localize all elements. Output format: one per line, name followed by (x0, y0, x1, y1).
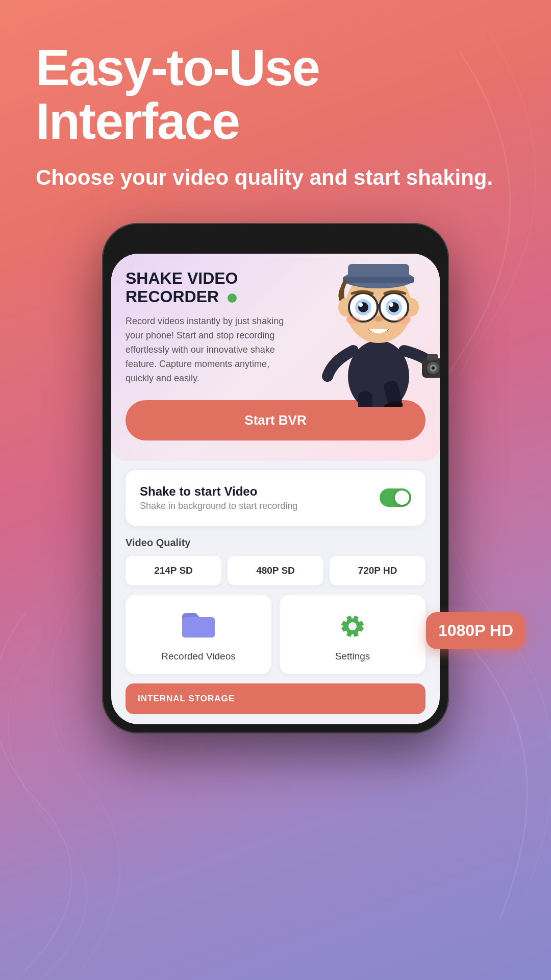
quality-480p[interactable]: 480P SD (228, 556, 323, 585)
phone-frame: SHAKE VIDEO RECORDER Record videos insta… (102, 223, 449, 733)
recorded-videos-label: Recorded Videos (136, 651, 261, 662)
hero-section: Easy-to-Use Interface Choose your video … (36, 41, 515, 192)
hd-badge: 1080P HD (426, 612, 525, 649)
quality-720p[interactable]: 720P HD (330, 556, 425, 585)
svg-point-28 (397, 316, 411, 324)
action-cards: Recorded Videos Settings (126, 595, 425, 674)
quality-214p[interactable]: 214P SD (126, 556, 221, 585)
video-quality-label: Video Quality (126, 537, 425, 549)
svg-point-25 (389, 303, 393, 307)
recorded-videos-card[interactable]: Recorded Videos (126, 595, 271, 674)
folder-icon (182, 610, 215, 643)
screen-content: SHAKE VIDEO RECORDER Record videos insta… (111, 254, 440, 724)
svg-point-24 (359, 303, 363, 307)
shake-card: Shake to start Video Shake in background… (126, 470, 425, 526)
shake-toggle[interactable] (380, 488, 411, 507)
cartoon-character (312, 254, 440, 407)
app-description: Record videos instantly by just shaking … (126, 314, 289, 385)
svg-point-26 (374, 316, 383, 322)
video-quality-section: Video Quality 214P SD 480P SD 720P HD (126, 537, 425, 585)
shake-title: Shake to start Video (140, 484, 380, 499)
svg-point-30 (348, 622, 357, 630)
svg-rect-6 (427, 354, 438, 360)
svg-rect-1 (358, 391, 372, 407)
phone-notch (219, 232, 332, 254)
quality-options-row: 214P SD 480P SD 720P HD (126, 556, 425, 585)
svg-point-27 (346, 316, 360, 324)
status-dot (228, 293, 237, 303)
svg-rect-29 (182, 617, 215, 638)
settings-card[interactable]: Settings (280, 595, 425, 674)
phone-mockup: SHAKE VIDEO RECORDER Record videos insta… (36, 223, 515, 733)
shake-subtitle: Shake in background to start recording (140, 501, 380, 511)
svg-point-9 (432, 366, 435, 370)
storage-label: INTERNAL STORAGE (138, 694, 413, 704)
settings-label: Settings (290, 651, 415, 662)
svg-rect-14 (343, 277, 414, 283)
phone-screen: SHAKE VIDEO RECORDER Record videos insta… (111, 254, 440, 724)
svg-rect-19 (378, 304, 380, 309)
storage-bar: INTERNAL STORAGE (126, 683, 425, 714)
toggle-knob (395, 491, 409, 505)
app-header: SHAKE VIDEO RECORDER Record videos insta… (111, 254, 440, 461)
gear-icon (336, 610, 369, 643)
shake-text: Shake to start Video Shake in background… (140, 484, 380, 511)
headline: Easy-to-Use Interface (36, 41, 515, 148)
subheadline: Choose your video quality and start shak… (36, 163, 515, 192)
